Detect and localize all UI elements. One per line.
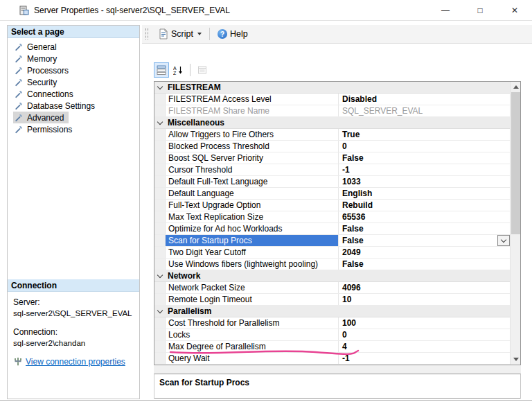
property-label[interactable]: Boost SQL Server Priority	[166, 152, 339, 164]
property-row[interactable]: Allow Triggers to Fire OthersTrue	[154, 129, 510, 141]
property-row[interactable]: Network Packet Size4096	[154, 282, 510, 294]
property-row[interactable]: Remote Login Timeout10	[154, 294, 510, 306]
toolbar-grip[interactable]	[145, 28, 148, 40]
toolbar-separator	[209, 28, 210, 40]
property-label[interactable]: Scan for Startup Procs	[166, 235, 339, 246]
property-label[interactable]: Max Text Replication Size	[166, 211, 339, 222]
sidebar-item-permissions[interactable]: Permissions	[13, 123, 77, 135]
sidebar-item-security[interactable]: Security	[13, 76, 62, 88]
property-value[interactable]: False	[339, 235, 510, 246]
property-value[interactable]: Disabled	[339, 94, 510, 105]
property-value[interactable]: Rebuild	[339, 200, 510, 211]
row-gutter	[154, 306, 166, 317]
property-value[interactable]: False	[339, 223, 510, 234]
property-row[interactable]: Max Text Replication Size65536	[154, 211, 510, 223]
property-row[interactable]: Boost SQL Server PriorityFalse	[154, 152, 510, 164]
close-button[interactable]: ✕	[497, 0, 532, 21]
property-label[interactable]: FILESTREAM Share Name	[166, 105, 339, 116]
property-label[interactable]: Blocked Process Threshold	[166, 141, 339, 152]
minimize-button[interactable]: —	[428, 0, 463, 21]
property-value-text: SQL_SERVER_EVAL	[342, 106, 423, 116]
sidebar-item-database-settings[interactable]: Database Settings	[13, 100, 100, 112]
sidebar-item-processors[interactable]: Processors	[13, 64, 73, 76]
help-button[interactable]: ? Help	[213, 27, 252, 41]
property-label[interactable]: Locks	[166, 329, 339, 340]
category-row[interactable]: Miscellaneous	[154, 117, 510, 129]
page-wrench-icon	[15, 89, 24, 98]
property-row[interactable]: Query Wait-1	[154, 353, 510, 365]
property-value[interactable]: English	[339, 188, 510, 199]
category-row[interactable]: Parallelism	[154, 306, 510, 317]
property-label[interactable]: Allow Triggers to Fire Others	[166, 129, 339, 140]
grid-description-splitter[interactable]	[154, 365, 521, 374]
property-label[interactable]: Max Degree of Parallelism	[166, 341, 339, 352]
script-button[interactable]: Script	[153, 26, 206, 42]
alphabetical-sort-button[interactable]: AZ	[170, 62, 186, 78]
scroll-down-button[interactable]	[511, 354, 521, 365]
property-value[interactable]: 0	[339, 141, 510, 152]
property-label[interactable]: Use Windows fibers (lightweight pooling)	[166, 259, 339, 270]
view-connection-properties-link[interactable]: View connection properties	[26, 357, 125, 367]
property-value[interactable]: False	[339, 152, 510, 164]
category-collapse-icon[interactable]	[157, 83, 163, 89]
property-value[interactable]: 10	[339, 294, 510, 305]
sidebar-item-connections[interactable]: Connections	[13, 88, 78, 100]
page-wrench-icon	[15, 54, 24, 63]
property-row[interactable]: Default Full-Text Language1033	[154, 176, 510, 188]
property-label[interactable]: FILESTREAM Access Level	[166, 94, 339, 105]
categorized-button[interactable]	[154, 62, 169, 78]
row-gutter	[154, 247, 166, 258]
property-value[interactable]: SQL_SERVER_EVAL	[339, 105, 510, 116]
sidebar-item-memory[interactable]: Memory	[13, 53, 62, 64]
property-value[interactable]: 2049	[339, 247, 510, 258]
property-label[interactable]: Cursor Threshold	[166, 164, 339, 175]
property-value[interactable]: 65536	[339, 211, 510, 222]
property-label[interactable]: Remote Login Timeout	[166, 294, 339, 305]
property-label[interactable]: Default Full-Text Language	[166, 176, 339, 187]
sidebar-item-label: Connections	[27, 89, 73, 99]
property-value[interactable]: -1	[339, 164, 510, 175]
sidebar-item-advanced[interactable]: Advanced	[13, 112, 69, 123]
property-row[interactable]: Optimize for Ad hoc WorkloadsFalse	[154, 223, 510, 235]
property-row[interactable]: Scan for Startup ProcsFalse	[154, 235, 510, 247]
property-row[interactable]: FILESTREAM Access LevelDisabled	[154, 94, 510, 105]
property-value[interactable]: 100	[339, 317, 510, 329]
property-value[interactable]: 0	[339, 329, 510, 340]
category-row[interactable]: FILESTREAM	[154, 82, 510, 94]
category-row[interactable]: Network	[154, 270, 510, 282]
category-collapse-icon[interactable]	[157, 307, 163, 313]
property-value[interactable]: 4096	[339, 282, 510, 293]
category-collapse-icon[interactable]	[157, 119, 163, 124]
property-label[interactable]: Default Language	[166, 188, 339, 199]
property-row[interactable]: FILESTREAM Share NameSQL_SERVER_EVAL	[154, 105, 510, 117]
maximize-button[interactable]: □	[463, 0, 497, 21]
scrollbar-thumb[interactable]	[511, 92, 520, 234]
property-row[interactable]: Default LanguageEnglish	[154, 188, 510, 200]
page-wrench-icon	[15, 66, 24, 75]
property-label[interactable]: Optimize for Ad hoc Workloads	[166, 223, 339, 234]
property-row[interactable]: Max Degree of Parallelism4	[154, 341, 510, 353]
property-label[interactable]: Network Packet Size	[166, 282, 339, 293]
property-row[interactable]: Cost Threshold for Parallelism100	[154, 317, 510, 329]
property-row[interactable]: Two Digit Year Cutoff2049	[154, 247, 510, 259]
property-row[interactable]: Cursor Threshold-1	[154, 164, 510, 176]
property-label[interactable]: Cost Threshold for Parallelism	[166, 317, 339, 329]
property-label[interactable]: Full-Text Upgrade Option	[166, 200, 339, 211]
property-label[interactable]: Query Wait	[166, 353, 339, 364]
category-collapse-icon[interactable]	[157, 272, 163, 277]
property-label[interactable]: Two Digit Year Cutoff	[166, 247, 339, 258]
property-row[interactable]: Use Windows fibers (lightweight pooling)…	[154, 259, 510, 270]
sidebar-item-label: Security	[27, 78, 57, 87]
property-row[interactable]: Full-Text Upgrade OptionRebuild	[154, 200, 510, 211]
property-value[interactable]: 4	[339, 341, 510, 352]
vertical-scrollbar[interactable]	[510, 82, 520, 365]
property-value[interactable]: -1	[339, 353, 510, 364]
property-value[interactable]: True	[339, 129, 510, 140]
value-dropdown-button[interactable]	[497, 235, 510, 246]
property-value[interactable]: False	[339, 259, 510, 270]
sidebar-item-general[interactable]: General	[13, 41, 62, 53]
scroll-up-button[interactable]	[511, 82, 521, 92]
property-row[interactable]: Locks0	[154, 329, 510, 341]
property-value[interactable]: 1033	[339, 176, 510, 187]
property-row[interactable]: Blocked Process Threshold0	[154, 141, 510, 152]
